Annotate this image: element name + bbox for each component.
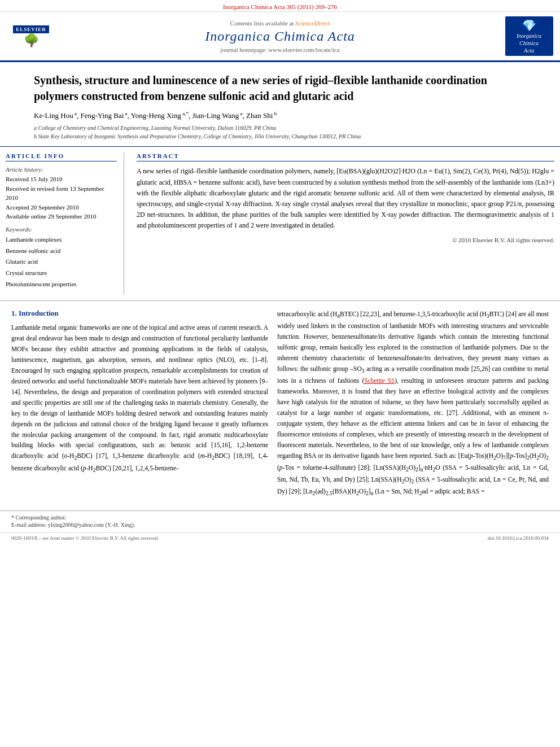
author-yongheng: Yong-Heng Xing xyxy=(131,111,181,120)
keywords-list: Lanthanide complexes Benzene sulfonic ac… xyxy=(6,234,117,290)
author-zhanshi: Zhan Shi xyxy=(246,111,273,120)
keyword-3: Glutaric acid xyxy=(6,256,117,268)
body-left-column: 1. Introduction Lanthanide metal organic… xyxy=(11,309,268,503)
body-content: 1. Introduction Lanthanide metal organic… xyxy=(0,301,560,510)
corresponding-author-label: * Corresponding author. xyxy=(11,514,549,521)
journal-homepage: journal homepage: www.elsevier.com/locat… xyxy=(62,46,498,53)
article-info-panel: ARTICLE INFO Article history: Received 1… xyxy=(6,152,124,294)
email-label: E-mail address: ylxing2000@yahoo.com (Y.… xyxy=(11,522,135,528)
affiliation-b: b State Key Laboratory of Inorganic Synt… xyxy=(34,132,526,141)
keyword-2: Benzene sulfonic acid xyxy=(6,246,117,257)
abstract-panel: ABSTRACT A new series of rigid–flexible … xyxy=(130,152,554,294)
keyword-5: Photoluminescent properties xyxy=(6,279,117,290)
available-date: Available online 29 September 2010 xyxy=(6,212,117,221)
journal-reference-bar: Inorganica Chimica Acta 365 (2011) 269–2… xyxy=(0,0,560,12)
sup-a2: a xyxy=(124,111,127,116)
article-info-abstract-section: ARTICLE INFO Article history: Received 1… xyxy=(0,147,560,300)
logo-title-text: InorganicaChimicaActa xyxy=(517,32,541,54)
abstract-label: ABSTRACT xyxy=(137,152,554,161)
journal-logo-right: 💎 InorganicaChimicaActa xyxy=(504,16,554,56)
sup-a1: a xyxy=(73,111,77,116)
keyword-4: Crystal structure xyxy=(6,268,117,279)
intro-paragraph-2: tetracarboxylic acid (H4BTEC) [22,23], a… xyxy=(277,309,549,498)
elsevier-tree-icon: 🌳 xyxy=(24,34,39,47)
article-authors: Ke-Ling Hou a, Feng-Ying Bai a, Yong-Hen… xyxy=(34,111,526,120)
received-date: Received 15 July 2010 xyxy=(6,174,117,184)
received-revised-date: Received in revised form 13 September 20… xyxy=(6,184,117,203)
doi-text: doi:10.1016/j.ica.2010.09.034 xyxy=(488,535,549,541)
journal-title: Inorganica Chimica Acta xyxy=(62,29,498,44)
crystal-icon: 💎 xyxy=(522,19,536,32)
article-info-label: ARTICLE INFO xyxy=(6,152,117,161)
sup-b: b xyxy=(273,111,277,116)
journal-cover-logo: 💎 InorganicaChimicaActa xyxy=(505,16,553,56)
author-keling: Ke-Ling Hou xyxy=(34,111,73,120)
history-group: Article history: Received 15 July 2010 R… xyxy=(6,166,117,221)
article-title-section: Synthesis, structure and luminescence of… xyxy=(0,62,560,147)
accepted-date: Accepted 20 September 2010 xyxy=(6,203,117,212)
keyword-1: Lanthanide complexes xyxy=(6,234,117,246)
footnotes-section: * Corresponding author. E-mail address: … xyxy=(0,510,560,532)
article-main-title: Synthesis, structure and luminescence of… xyxy=(34,72,526,104)
issn-text: 0020-1693/$ – see front matter © 2010 El… xyxy=(11,535,159,541)
email-line: E-mail address: ylxing2000@yahoo.com (Y.… xyxy=(11,522,549,528)
history-label: Article history: xyxy=(6,166,117,173)
author-fengying: Feng-Ying Bai xyxy=(80,111,124,120)
journal-ref-text: Inorganica Chimica Acta 365 (2011) 269–2… xyxy=(223,3,337,10)
keywords-label: Keywords: xyxy=(6,226,117,233)
sciencedirect-line: Contents lists available at ScienceDirec… xyxy=(62,20,498,27)
journal-header-center: Contents lists available at ScienceDirec… xyxy=(62,16,498,56)
sup-a3: a,* xyxy=(181,111,189,116)
affiliation-a: a College of Chemistry and Chemical Engi… xyxy=(34,124,526,132)
intro-heading: 1. Introduction xyxy=(11,309,268,318)
elsevier-logo-section: ELSEVIER 🌳 xyxy=(6,16,56,56)
journal-header: ELSEVIER 🌳 Contents lists available at S… xyxy=(0,12,560,62)
copyright-line: © 2010 Elsevier B.V. All rights reserved… xyxy=(137,237,554,243)
sciencedirect-link[interactable]: ScienceDirect xyxy=(295,20,330,27)
bottom-bar: 0020-1693/$ – see front matter © 2010 El… xyxy=(0,532,560,543)
elsevier-label: ELSEVIER xyxy=(13,25,49,33)
sup-a4: a xyxy=(239,111,242,116)
elsevier-logo: ELSEVIER 🌳 xyxy=(6,25,56,47)
scheme-link[interactable]: Scheme S1 xyxy=(364,377,395,384)
author-jianling: Jian-Ling Wang xyxy=(192,111,239,120)
body-right-column: tetracarboxylic acid (H4BTEC) [22,23], a… xyxy=(277,309,549,503)
affiliations: a College of Chemistry and Chemical Engi… xyxy=(34,124,526,141)
abstract-text: A new series of rigid–flexible lanthanid… xyxy=(137,166,554,231)
intro-paragraph-1: Lanthanide metal organic frameworks are … xyxy=(11,322,268,475)
keywords-group: Keywords: Lanthanide complexes Benzene s… xyxy=(6,226,117,290)
